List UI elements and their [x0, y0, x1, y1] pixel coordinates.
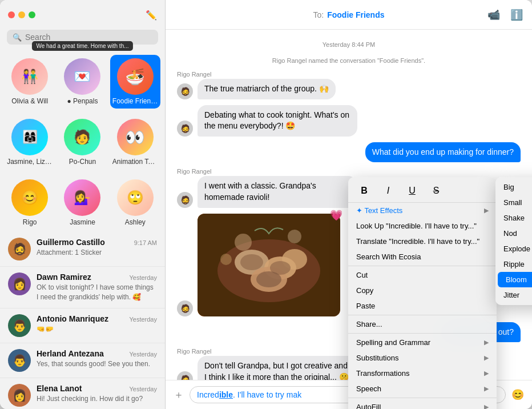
sidebar-item-pochun[interactable]: 🧑 Po-Chun: [57, 115, 107, 169]
submenu-item-jitter[interactable]: Jitter: [495, 287, 532, 303]
video-call-icon[interactable]: 📹: [487, 9, 500, 21]
sidebar-item-penpals[interactable]: We had a great time. Home with th... 💌 ●…: [57, 55, 107, 109]
conv-time-guillermo: 9:17 AM: [134, 239, 157, 246]
context-item-share[interactable]: Share...: [348, 316, 497, 332]
submenu-item-bloom[interactable]: Bloom: [498, 272, 532, 287]
conv-preview-guillermo: Attachment: 1 Sticker: [37, 248, 157, 258]
conv-time-dawn: Yesterday: [129, 274, 157, 281]
submenu-item-shake[interactable]: Shake: [495, 210, 532, 226]
avatar-label-olivia: Olivia & Will: [11, 97, 48, 105]
context-item-autofill[interactable]: AutoFill ▶: [348, 399, 497, 409]
context-item-lookup[interactable]: Look Up "Incredible. I'll have to try...…: [348, 218, 497, 234]
emoji-button[interactable]: 😊: [511, 388, 524, 401]
copy-label: Copy: [356, 286, 373, 295]
transformations-arrow: ▶: [484, 370, 489, 377]
svg-point-11: [220, 254, 232, 265]
sidebar-item-animation[interactable]: 👀 Animation Team: [110, 115, 160, 169]
search-ecosia-label: Search With Ecosia: [356, 252, 421, 261]
compose-icon[interactable]: ✏️: [146, 10, 157, 21]
spelling-arrow: ▶: [484, 339, 489, 346]
message-date-stamp: Yesterday 8:44 PM: [177, 41, 521, 48]
search-input[interactable]: [25, 33, 152, 42]
message-row-2: 🧔 Debating what to cook tonight. What's …: [177, 105, 521, 137]
close-button[interactable]: [8, 11, 15, 18]
avatar-animation: 👀: [117, 119, 154, 155]
avatar-label-jasmine-solo: Jasmine: [70, 218, 95, 226]
sender-name-6: Rigo Rangel: [177, 348, 212, 355]
lookup-label: Look Up "Incredible. I'll have to try...…: [356, 222, 477, 230]
context-item-translate[interactable]: Translate "Incredible. I'll have to try.…: [348, 234, 497, 249]
conv-preview-elena: Hi! Just checking in. How did it go?: [37, 394, 157, 404]
avatar-label-pochun: Po-Chun: [69, 158, 96, 166]
submenu-item-nod[interactable]: Nod: [495, 226, 532, 241]
sidebar-item-rigo[interactable]: 😊 Rigo: [5, 176, 55, 230]
context-divider-3: [348, 333, 497, 334]
info-icon[interactable]: ℹ️: [510, 9, 523, 21]
chat-recipient-name[interactable]: Foodie Friends: [327, 10, 384, 19]
context-item-substitutions[interactable]: Substitutions ▶: [348, 350, 497, 366]
sender-name-1: Rigo Rangel: [177, 71, 212, 78]
sidebar-item-jasmine-solo[interactable]: 💁‍♀️ Jasmine: [57, 176, 107, 230]
conv-item-elena[interactable]: 👩 Elena Lanot Yesterday Hi! Just checkin…: [0, 378, 165, 409]
conv-item-dawn[interactable]: 👩 Dawn Ramirez Yesterday OK to visit ton…: [0, 267, 165, 308]
context-item-spelling[interactable]: Spelling and Grammar ▶: [348, 335, 497, 350]
sidebar-item-olivia[interactable]: 👫 Olivia & Will: [5, 55, 55, 109]
format-strikethrough-button[interactable]: S: [429, 184, 443, 198]
food-image-container: 💗: [198, 214, 340, 316]
context-item-cut[interactable]: Cut: [348, 267, 497, 283]
avatar-label-foodie: Foodie Friends: [112, 97, 158, 105]
fullscreen-button[interactable]: [29, 11, 35, 18]
autofill-label: AutoFill: [356, 403, 381, 409]
context-item-speech[interactable]: Speech ▶: [348, 381, 497, 396]
avatar-pochun: 🧑: [64, 119, 100, 155]
bubble-4: I went with a classic. Grandpa's homemad…: [198, 176, 357, 207]
context-menu-format-row: B I U S: [348, 179, 497, 203]
titlebar: ✏️: [0, 0, 165, 30]
add-content-button[interactable]: ＋: [174, 388, 184, 402]
svg-point-9: [235, 234, 252, 251]
conv-item-herland[interactable]: 👨 Herland Antezana Yesterday Yes, that s…: [0, 343, 165, 378]
substitutions-arrow: ▶: [484, 354, 489, 362]
msg-with-avatar-6: 🧔 Don't tell Grandpa, but I got creative…: [177, 356, 357, 380]
avatar-label-rigo: Rigo: [23, 218, 37, 226]
context-item-paste[interactable]: Paste: [348, 298, 497, 314]
main-window: ✏️ 🔍 👫 Olivia & Will We had a great time…: [0, 0, 532, 409]
minimize-button[interactable]: [18, 11, 25, 18]
avatar-dawn: 👩: [8, 272, 31, 295]
submenu-item-small[interactable]: Small: [495, 195, 532, 210]
submenu-item-explode[interactable]: Explode: [495, 241, 532, 256]
sender-name-4: Rigo Rangel: [177, 168, 212, 175]
speech-label: Speech: [356, 384, 381, 393]
transformations-label: Transformations: [356, 369, 409, 378]
avatar-label-jasmine-group: Jasmine, Liz &...: [7, 158, 53, 166]
traffic-lights: [8, 11, 35, 18]
msg-with-avatar-1: 🧔 The true matriarch of the group. 🙌: [177, 79, 336, 99]
submenu-item-ripple[interactable]: Ripple: [495, 256, 532, 272]
conv-preview-herland: Yes, that sounds good! See you then.: [37, 359, 157, 369]
sidebar-item-foodie[interactable]: 🍜 Foodie Friends: [110, 55, 160, 109]
msg-avatar-6: 🧔: [177, 371, 193, 380]
context-item-text-effects[interactable]: ✦ Text Effects ▶: [348, 203, 497, 218]
conv-item-guillermo[interactable]: 🧔 Guillermo Castillo 9:17 AM Attachment:…: [0, 232, 165, 267]
sidebar-item-ashley[interactable]: 🙄 Ashley: [110, 176, 160, 230]
msg-avatar-1: 🧔: [177, 83, 193, 99]
context-item-search-ecosia[interactable]: Search With Ecosia: [348, 249, 497, 264]
conv-name-herland: Herland Antezana: [37, 349, 104, 358]
conv-item-antonio[interactable]: 👨 Antonio Manriquez Yesterday 🤜🤛: [0, 308, 165, 343]
sidebar-item-jasmine-group[interactable]: 👩‍👩‍👧 Jasmine, Liz &...: [5, 115, 55, 169]
context-item-transformations[interactable]: Transformations ▶: [348, 366, 497, 381]
chat-to-label: To:: [313, 10, 324, 19]
format-italic-button[interactable]: I: [381, 184, 395, 198]
msg-with-avatar-image: 🧔: [177, 214, 340, 316]
bubble-1: The true matriarch of the group. 🙌: [198, 79, 336, 99]
submenu-item-big[interactable]: Big: [495, 179, 532, 195]
avatar-label-ashley: Ashley: [125, 218, 146, 226]
context-divider-4: [348, 398, 497, 398]
context-item-copy[interactable]: Copy: [348, 283, 497, 298]
avatar-ashley: 🙄: [117, 179, 154, 216]
format-underline-button[interactable]: U: [405, 184, 419, 198]
format-bold-button[interactable]: B: [357, 184, 371, 198]
tooltip-penpals: We had a great time. Home with th...: [32, 41, 132, 51]
conv-time-elena: Yesterday: [129, 386, 157, 392]
sidebar: ✏️ 🔍 👫 Olivia & Will We had a great time…: [0, 0, 166, 409]
